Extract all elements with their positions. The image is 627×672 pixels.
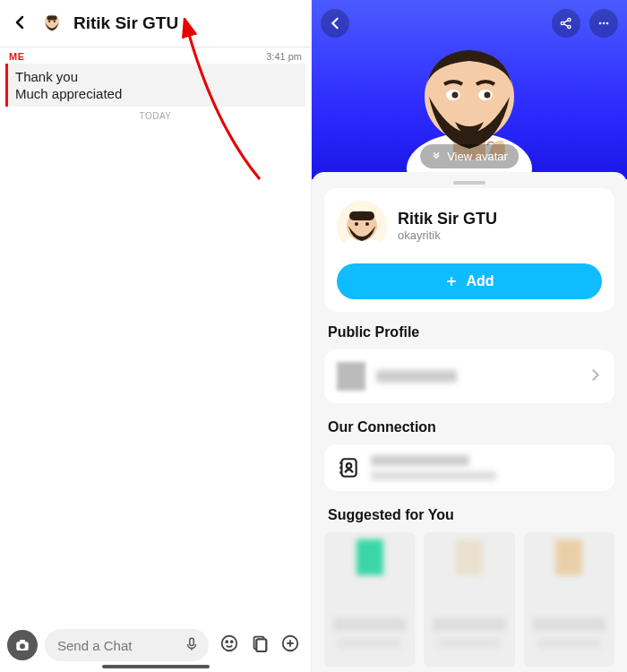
back-button[interactable] <box>321 9 349 38</box>
add-friend-button[interactable]: Add <box>337 263 602 299</box>
chat-input[interactable]: Send a Chat <box>45 629 209 661</box>
avatar-small[interactable] <box>337 201 387 251</box>
share-button[interactable] <box>552 9 580 38</box>
add-label: Add <box>466 273 494 289</box>
profile-screen: View avatar <box>312 0 627 672</box>
contacts-icon <box>337 456 360 479</box>
profile-username: okayritik <box>398 228 497 242</box>
redacted-text <box>371 471 496 480</box>
suggested-card[interactable] <box>324 532 415 667</box>
profile-card: Ritik Sir GTU okayritik Add <box>324 188 614 312</box>
message-line: Thank you <box>15 69 298 84</box>
friend-avatar-icon[interactable] <box>39 11 64 36</box>
redacted-text <box>376 370 457 383</box>
svg-point-9 <box>226 641 228 642</box>
profile-sheet: Ritik Sir GTU okayritik Add Public Profi… <box>312 172 627 672</box>
svg-point-25 <box>452 92 459 99</box>
sheet-handle[interactable] <box>453 181 485 185</box>
svg-point-32 <box>355 222 358 226</box>
message-line: Much appreciated <box>15 86 298 101</box>
profile-hero: View avatar <box>312 0 627 179</box>
sent-message-block[interactable]: Thank you Much appreciated <box>5 64 305 107</box>
public-profile-title: Public Profile <box>328 324 611 340</box>
camera-button[interactable] <box>7 630 38 660</box>
connection-title: Our Connection <box>328 419 611 435</box>
chat-input-placeholder: Send a Chat <box>57 638 132 653</box>
redacted-text <box>371 455 469 466</box>
date-divider: TODAY <box>0 111 311 121</box>
home-indicator <box>102 665 210 668</box>
emoji-icon[interactable] <box>219 633 239 657</box>
chevron-right-icon <box>589 367 602 386</box>
svg-point-20 <box>606 22 609 25</box>
message-meta-row: ME 3:41 pm <box>0 47 311 64</box>
svg-point-35 <box>347 463 351 468</box>
svg-point-27 <box>485 92 491 99</box>
svg-point-8 <box>222 636 237 651</box>
back-icon[interactable] <box>9 13 30 34</box>
svg-point-3 <box>54 21 56 22</box>
view-avatar-button[interactable]: View avatar <box>420 144 519 168</box>
view-avatar-label: View avatar <box>447 150 508 163</box>
public-profile-thumb <box>337 362 365 391</box>
gallery-icon[interactable] <box>250 633 270 657</box>
svg-rect-31 <box>349 211 374 220</box>
chat-scroll-area[interactable] <box>0 121 311 620</box>
message-timestamp: 3:41 pm <box>266 51 302 62</box>
mic-icon[interactable] <box>184 636 200 655</box>
suggested-card[interactable] <box>524 532 614 667</box>
svg-rect-12 <box>256 639 266 651</box>
sender-label: ME <box>9 51 25 62</box>
svg-rect-5 <box>20 640 25 642</box>
svg-point-2 <box>48 21 50 22</box>
svg-point-19 <box>603 22 606 25</box>
more-button[interactable] <box>589 9 618 38</box>
suggested-title: Suggested for You <box>328 507 611 523</box>
chat-header: Ritik Sir GTU <box>0 0 311 47</box>
svg-rect-1 <box>47 16 56 21</box>
suggested-card[interactable] <box>424 532 514 667</box>
svg-point-18 <box>599 22 602 25</box>
public-profile-row[interactable] <box>324 349 614 403</box>
plus-icon[interactable] <box>280 633 300 657</box>
suggested-row <box>324 532 614 667</box>
chat-screen: Ritik Sir GTU ME 3:41 pm Thank you Much … <box>0 0 312 672</box>
connection-row[interactable] <box>324 444 614 491</box>
profile-name: Ritik Sir GTU <box>398 210 497 228</box>
svg-rect-7 <box>190 638 194 645</box>
chat-title[interactable]: Ritik Sir GTU <box>73 13 178 33</box>
svg-point-6 <box>20 643 25 649</box>
avatar-large[interactable] <box>389 16 550 195</box>
svg-point-10 <box>231 641 233 642</box>
svg-point-33 <box>365 222 369 226</box>
